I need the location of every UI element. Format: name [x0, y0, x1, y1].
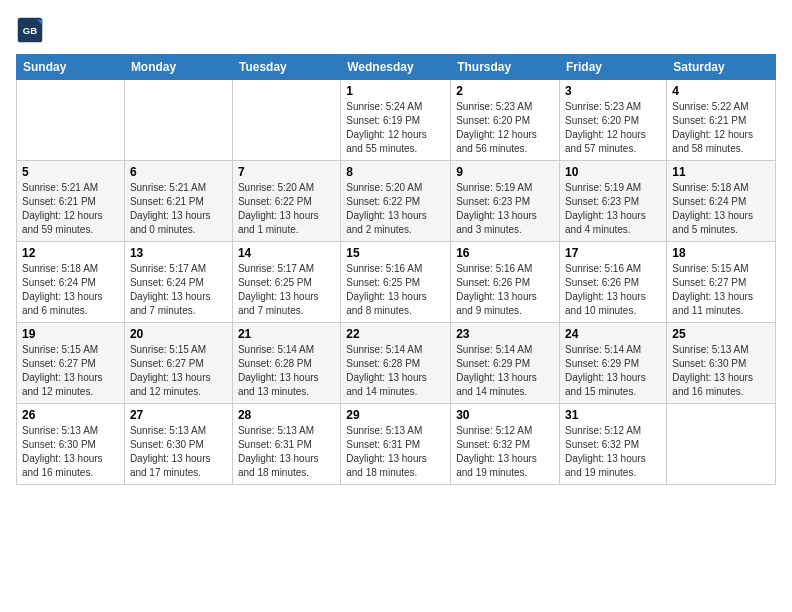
calendar-cell: 5Sunrise: 5:21 AM Sunset: 6:21 PM Daylig…: [17, 161, 125, 242]
day-info: Sunrise: 5:13 AM Sunset: 6:31 PM Dayligh…: [346, 424, 445, 480]
day-number: 14: [238, 246, 335, 260]
day-header-tuesday: Tuesday: [232, 55, 340, 80]
day-info: Sunrise: 5:13 AM Sunset: 6:30 PM Dayligh…: [672, 343, 770, 399]
day-number: 17: [565, 246, 661, 260]
day-number: 18: [672, 246, 770, 260]
calendar-cell: 14Sunrise: 5:17 AM Sunset: 6:25 PM Dayli…: [232, 242, 340, 323]
day-header-friday: Friday: [560, 55, 667, 80]
day-number: 28: [238, 408, 335, 422]
day-number: 26: [22, 408, 119, 422]
day-number: 19: [22, 327, 119, 341]
calendar-cell: 25Sunrise: 5:13 AM Sunset: 6:30 PM Dayli…: [667, 323, 776, 404]
day-info: Sunrise: 5:19 AM Sunset: 6:23 PM Dayligh…: [565, 181, 661, 237]
calendar-cell: 1Sunrise: 5:24 AM Sunset: 6:19 PM Daylig…: [341, 80, 451, 161]
day-number: 16: [456, 246, 554, 260]
calendar-week-row: 5Sunrise: 5:21 AM Sunset: 6:21 PM Daylig…: [17, 161, 776, 242]
calendar: SundayMondayTuesdayWednesdayThursdayFrid…: [16, 54, 776, 485]
day-info: Sunrise: 5:21 AM Sunset: 6:21 PM Dayligh…: [130, 181, 227, 237]
day-number: 6: [130, 165, 227, 179]
day-info: Sunrise: 5:13 AM Sunset: 6:30 PM Dayligh…: [22, 424, 119, 480]
calendar-week-row: 19Sunrise: 5:15 AM Sunset: 6:27 PM Dayli…: [17, 323, 776, 404]
day-number: 25: [672, 327, 770, 341]
day-info: Sunrise: 5:20 AM Sunset: 6:22 PM Dayligh…: [346, 181, 445, 237]
logo-icon: GB: [16, 16, 44, 44]
day-info: Sunrise: 5:14 AM Sunset: 6:29 PM Dayligh…: [565, 343, 661, 399]
calendar-cell: 15Sunrise: 5:16 AM Sunset: 6:25 PM Dayli…: [341, 242, 451, 323]
day-number: 23: [456, 327, 554, 341]
day-number: 2: [456, 84, 554, 98]
calendar-cell: 17Sunrise: 5:16 AM Sunset: 6:26 PM Dayli…: [560, 242, 667, 323]
day-number: 21: [238, 327, 335, 341]
day-number: 4: [672, 84, 770, 98]
day-number: 12: [22, 246, 119, 260]
calendar-cell: [17, 80, 125, 161]
day-info: Sunrise: 5:15 AM Sunset: 6:27 PM Dayligh…: [672, 262, 770, 318]
day-info: Sunrise: 5:18 AM Sunset: 6:24 PM Dayligh…: [672, 181, 770, 237]
calendar-cell: 10Sunrise: 5:19 AM Sunset: 6:23 PM Dayli…: [560, 161, 667, 242]
day-number: 20: [130, 327, 227, 341]
calendar-cell: 23Sunrise: 5:14 AM Sunset: 6:29 PM Dayli…: [451, 323, 560, 404]
calendar-week-row: 26Sunrise: 5:13 AM Sunset: 6:30 PM Dayli…: [17, 404, 776, 485]
day-number: 29: [346, 408, 445, 422]
day-number: 31: [565, 408, 661, 422]
day-info: Sunrise: 5:13 AM Sunset: 6:31 PM Dayligh…: [238, 424, 335, 480]
day-info: Sunrise: 5:20 AM Sunset: 6:22 PM Dayligh…: [238, 181, 335, 237]
day-number: 27: [130, 408, 227, 422]
calendar-cell: [667, 404, 776, 485]
day-info: Sunrise: 5:23 AM Sunset: 6:20 PM Dayligh…: [565, 100, 661, 156]
calendar-cell: 7Sunrise: 5:20 AM Sunset: 6:22 PM Daylig…: [232, 161, 340, 242]
day-info: Sunrise: 5:18 AM Sunset: 6:24 PM Dayligh…: [22, 262, 119, 318]
day-number: 5: [22, 165, 119, 179]
calendar-cell: 20Sunrise: 5:15 AM Sunset: 6:27 PM Dayli…: [124, 323, 232, 404]
day-header-sunday: Sunday: [17, 55, 125, 80]
calendar-cell: [232, 80, 340, 161]
calendar-cell: 31Sunrise: 5:12 AM Sunset: 6:32 PM Dayli…: [560, 404, 667, 485]
day-header-saturday: Saturday: [667, 55, 776, 80]
day-number: 24: [565, 327, 661, 341]
calendar-cell: 30Sunrise: 5:12 AM Sunset: 6:32 PM Dayli…: [451, 404, 560, 485]
calendar-cell: 11Sunrise: 5:18 AM Sunset: 6:24 PM Dayli…: [667, 161, 776, 242]
day-number: 1: [346, 84, 445, 98]
calendar-cell: 8Sunrise: 5:20 AM Sunset: 6:22 PM Daylig…: [341, 161, 451, 242]
calendar-cell: 12Sunrise: 5:18 AM Sunset: 6:24 PM Dayli…: [17, 242, 125, 323]
day-info: Sunrise: 5:17 AM Sunset: 6:24 PM Dayligh…: [130, 262, 227, 318]
day-header-wednesday: Wednesday: [341, 55, 451, 80]
day-info: Sunrise: 5:23 AM Sunset: 6:20 PM Dayligh…: [456, 100, 554, 156]
calendar-cell: 3Sunrise: 5:23 AM Sunset: 6:20 PM Daylig…: [560, 80, 667, 161]
calendar-cell: 16Sunrise: 5:16 AM Sunset: 6:26 PM Dayli…: [451, 242, 560, 323]
calendar-cell: 13Sunrise: 5:17 AM Sunset: 6:24 PM Dayli…: [124, 242, 232, 323]
day-info: Sunrise: 5:15 AM Sunset: 6:27 PM Dayligh…: [22, 343, 119, 399]
day-number: 7: [238, 165, 335, 179]
day-number: 8: [346, 165, 445, 179]
day-info: Sunrise: 5:16 AM Sunset: 6:26 PM Dayligh…: [565, 262, 661, 318]
calendar-cell: [124, 80, 232, 161]
day-number: 15: [346, 246, 445, 260]
day-info: Sunrise: 5:12 AM Sunset: 6:32 PM Dayligh…: [565, 424, 661, 480]
day-number: 22: [346, 327, 445, 341]
day-info: Sunrise: 5:12 AM Sunset: 6:32 PM Dayligh…: [456, 424, 554, 480]
calendar-cell: 22Sunrise: 5:14 AM Sunset: 6:28 PM Dayli…: [341, 323, 451, 404]
day-info: Sunrise: 5:17 AM Sunset: 6:25 PM Dayligh…: [238, 262, 335, 318]
calendar-header-row: SundayMondayTuesdayWednesdayThursdayFrid…: [17, 55, 776, 80]
day-info: Sunrise: 5:16 AM Sunset: 6:26 PM Dayligh…: [456, 262, 554, 318]
day-header-monday: Monday: [124, 55, 232, 80]
day-number: 11: [672, 165, 770, 179]
calendar-cell: 2Sunrise: 5:23 AM Sunset: 6:20 PM Daylig…: [451, 80, 560, 161]
calendar-cell: 4Sunrise: 5:22 AM Sunset: 6:21 PM Daylig…: [667, 80, 776, 161]
day-info: Sunrise: 5:15 AM Sunset: 6:27 PM Dayligh…: [130, 343, 227, 399]
day-number: 30: [456, 408, 554, 422]
calendar-cell: 27Sunrise: 5:13 AM Sunset: 6:30 PM Dayli…: [124, 404, 232, 485]
calendar-cell: 19Sunrise: 5:15 AM Sunset: 6:27 PM Dayli…: [17, 323, 125, 404]
calendar-week-row: 1Sunrise: 5:24 AM Sunset: 6:19 PM Daylig…: [17, 80, 776, 161]
day-number: 13: [130, 246, 227, 260]
calendar-cell: 6Sunrise: 5:21 AM Sunset: 6:21 PM Daylig…: [124, 161, 232, 242]
day-info: Sunrise: 5:22 AM Sunset: 6:21 PM Dayligh…: [672, 100, 770, 156]
calendar-cell: 21Sunrise: 5:14 AM Sunset: 6:28 PM Dayli…: [232, 323, 340, 404]
day-header-thursday: Thursday: [451, 55, 560, 80]
day-number: 10: [565, 165, 661, 179]
day-info: Sunrise: 5:14 AM Sunset: 6:29 PM Dayligh…: [456, 343, 554, 399]
day-number: 9: [456, 165, 554, 179]
calendar-cell: 26Sunrise: 5:13 AM Sunset: 6:30 PM Dayli…: [17, 404, 125, 485]
calendar-cell: 29Sunrise: 5:13 AM Sunset: 6:31 PM Dayli…: [341, 404, 451, 485]
day-info: Sunrise: 5:14 AM Sunset: 6:28 PM Dayligh…: [346, 343, 445, 399]
